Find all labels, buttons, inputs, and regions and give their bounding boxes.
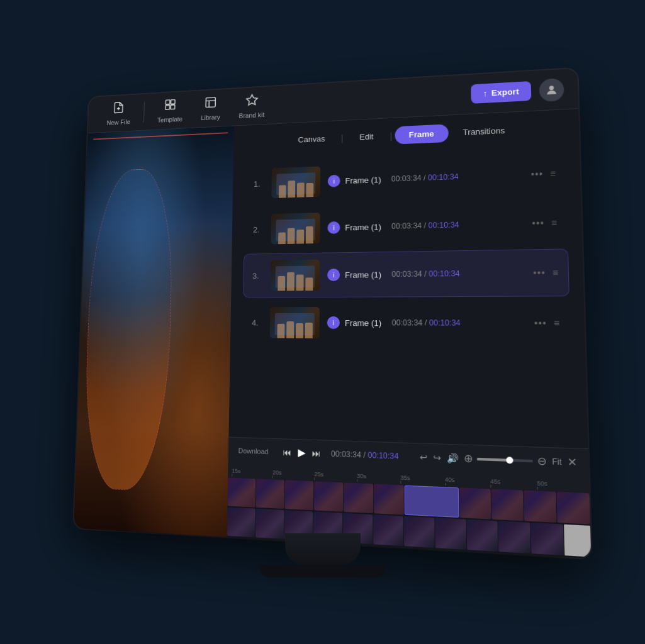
drag-handle-3[interactable]: ≡ [552, 267, 558, 278]
nav-item-new-file[interactable]: New File [98, 96, 138, 131]
tab-edit[interactable]: Edit [345, 127, 387, 147]
ruler-mark-25s: 25s [314, 471, 357, 482]
topbar-right: ↑ Export [471, 77, 564, 105]
export-button[interactable]: ↑ Export [471, 81, 531, 104]
frame-thumb-4 [269, 307, 319, 338]
forward-button[interactable]: ⏭ [310, 447, 322, 460]
info-icon-4: i [327, 316, 339, 329]
track-frame-selected [404, 486, 459, 518]
fit-label[interactable]: Fit [551, 457, 561, 467]
preview-area [74, 126, 234, 536]
tab-sep-2: | [387, 131, 395, 141]
frame-number-3: 3. [252, 271, 262, 280]
frame-info-4: i Frame (1) 00:03:34 / 00:10:34 [327, 316, 525, 330]
new-file-icon [112, 101, 125, 117]
nav-item-template[interactable]: Template [149, 92, 191, 128]
tab-canvas[interactable]: Canvas [284, 130, 339, 150]
library-label: Library [201, 113, 220, 121]
frame-actions-4: ••• ≡ [534, 318, 559, 328]
play-controls: ⏮ ▶ ⏭ [281, 445, 322, 461]
frame-info-3: i Frame (1) 00:03:34 / 00:10:34 [327, 267, 525, 282]
ruler-label-5: 40s [444, 476, 454, 483]
svg-rect-4 [165, 105, 170, 109]
frame-actions-3: ••• ≡ [533, 267, 558, 278]
ruler-label-0: 15s [232, 467, 240, 474]
tab-transitions[interactable]: Transitions [448, 121, 520, 142]
bottom-section: Download ⏮ ▶ ⏭ 00:03:34 / 00:10:34 [227, 437, 591, 558]
download-label: Download [238, 447, 275, 455]
frame-time-2: 00:03:34 / 00:10:34 [391, 220, 459, 230]
svg-rect-3 [171, 99, 175, 104]
track-frame-1-4 [314, 481, 343, 511]
frame-info-1: i Frame (1) 00:03:34 / 00:10:34 [327, 168, 522, 187]
ruler-mark-35s: 35s [400, 474, 445, 486]
rewind-button[interactable]: ⏮ [281, 445, 293, 458]
more-button-3[interactable]: ••• [533, 267, 546, 278]
avatar[interactable] [539, 77, 564, 101]
frame-item-1[interactable]: 1. [244, 150, 566, 206]
tab-sep-1: | [338, 133, 345, 143]
track-frame-1-10 [556, 492, 590, 525]
close-button[interactable]: ✕ [567, 455, 577, 469]
more-button-2[interactable]: ••• [532, 218, 544, 228]
zoom-remove-icon[interactable]: ⊖ [537, 454, 546, 467]
frame-item-2[interactable]: 2. [244, 199, 568, 252]
ruler-label-1: 20s [272, 469, 282, 476]
ruler-mark-40s: 40s [444, 476, 490, 487]
nav-item-brand-kit[interactable]: Brand kit [230, 87, 273, 125]
frame-item-3[interactable]: 3. [243, 248, 569, 297]
zoom-add-icon[interactable]: ⊕ [463, 452, 472, 465]
track-frame-1-9 [524, 491, 556, 523]
track-frame-2-11 [530, 523, 564, 555]
undo-icon[interactable]: ↩ [419, 452, 427, 462]
ruler-mark-50s: 50s [537, 480, 585, 492]
redo-icon[interactable]: ↪ [432, 452, 440, 463]
volume-icon[interactable]: 🔊 [446, 452, 458, 464]
frame-number-1: 1. [254, 179, 264, 188]
frames-list: 1. [228, 143, 588, 448]
track-frame-1-1 [227, 477, 255, 507]
frame-info-2: i Frame (1) 00:03:34 / 00:10:34 [327, 217, 524, 234]
track-frame-2-10 [498, 521, 530, 553]
info-icon-1: i [327, 175, 340, 187]
tab-frame[interactable]: Frame [395, 124, 448, 144]
export-label: Export [491, 87, 519, 97]
monitor-wrapper: New File Template [65, 77, 581, 567]
template-icon [164, 98, 176, 114]
drag-handle-2[interactable]: ≡ [551, 218, 556, 228]
play-button[interactable]: ▶ [296, 445, 306, 460]
track-frame-2-12 [563, 525, 590, 557]
frame-label-1: Frame (1) [345, 175, 381, 186]
drag-handle-4[interactable]: ≡ [553, 318, 559, 328]
more-button-1[interactable]: ••• [530, 169, 543, 179]
track-frame-2-8 [434, 518, 466, 550]
ruler-mark-30s: 30s [357, 472, 400, 484]
track-frame-1-8 [491, 489, 523, 521]
nav-item-library[interactable]: Library [193, 91, 228, 126]
brand-kit-icon [245, 93, 258, 109]
more-button-4[interactable]: ••• [534, 318, 546, 328]
frame-label-4: Frame (1) [344, 318, 381, 328]
ruler-label-7: 50s [537, 480, 547, 487]
track-frame-2-1 [227, 507, 255, 537]
library-icon [204, 96, 217, 112]
frame-thumb-2 [271, 213, 320, 244]
main-content: Canvas | Edit | Frame Transitions 1. [74, 109, 591, 558]
new-file-label: New File [106, 118, 130, 126]
svg-rect-5 [171, 105, 175, 109]
nav-divider-1 [143, 102, 144, 123]
ruler-label-4: 35s [400, 474, 410, 481]
track-frame-1-7 [459, 487, 490, 519]
frame-time-3: 00:03:34 / 00:10:34 [391, 269, 459, 279]
brand-kit-label: Brand kit [238, 111, 264, 119]
drag-handle-1[interactable]: ≡ [549, 168, 555, 179]
frame-item-4[interactable]: 4. [242, 299, 571, 347]
info-icon-3: i [327, 269, 340, 281]
frame-label-2: Frame (1) [345, 222, 381, 232]
zoom-slider[interactable] [476, 457, 532, 462]
track-frame-2-2 [255, 509, 283, 539]
current-time: 00:03:34 [330, 449, 361, 459]
track-frame-1-5 [344, 482, 373, 513]
frame-time-4: 00:03:34 / 00:10:34 [391, 318, 460, 328]
monitor: New File Template [74, 69, 591, 558]
